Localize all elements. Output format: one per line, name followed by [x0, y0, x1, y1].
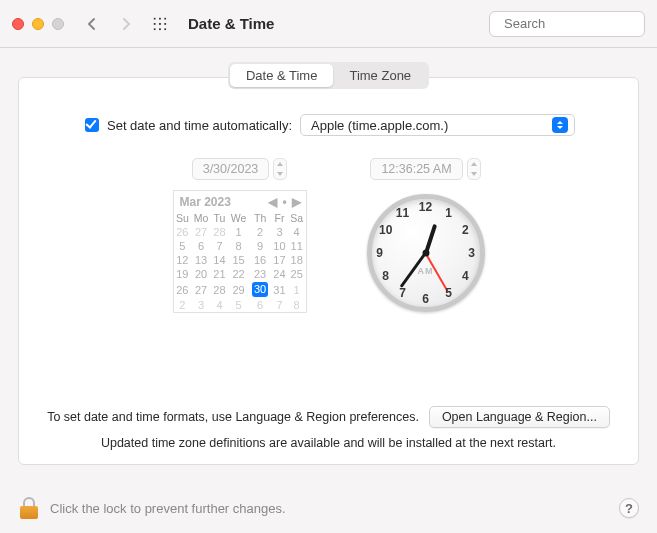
clock-numeral: 7	[399, 286, 406, 300]
show-all-button[interactable]	[148, 12, 172, 36]
calendar-day[interactable]: 1	[288, 281, 306, 298]
window-controls	[12, 18, 64, 30]
calendar-day[interactable]: 26	[174, 281, 192, 298]
calendar-day[interactable]: 9	[249, 239, 271, 253]
calendar-day[interactable]: 30	[249, 281, 271, 298]
calendar-day[interactable]: 20	[191, 267, 211, 281]
window-title: Date & Time	[188, 15, 479, 32]
time-server-select[interactable]: Apple (time.apple.com.)	[300, 114, 575, 136]
forward-button	[114, 12, 138, 36]
zoom-window-button	[52, 18, 64, 30]
auto-set-label: Set date and time automatically:	[107, 118, 292, 133]
calendar-day[interactable]: 5	[228, 298, 249, 312]
lock-row: Click the lock to prevent further change…	[0, 487, 657, 533]
time-field[interactable]: 12:36:25 AM	[370, 158, 462, 180]
calendar-day[interactable]: 7	[271, 298, 288, 312]
auto-set-checkbox[interactable]	[85, 118, 99, 132]
calendar-day[interactable]: 6	[249, 298, 271, 312]
lock-label: Click the lock to prevent further change…	[50, 501, 607, 516]
calendar-day[interactable]: 8	[288, 298, 306, 312]
calendar-dow: Su	[174, 211, 192, 225]
calendar-day[interactable]: 27	[191, 281, 211, 298]
calendar-day[interactable]: 19	[174, 267, 192, 281]
calendar-day[interactable]: 14	[211, 253, 228, 267]
updown-arrows-icon	[552, 117, 568, 133]
clock-numeral: 6	[422, 292, 429, 306]
calendar-day[interactable]: 1	[228, 225, 249, 239]
search-field[interactable]	[489, 11, 645, 37]
calendar-day[interactable]: 13	[191, 253, 211, 267]
calendar-day[interactable]: 3	[271, 225, 288, 239]
calendar-day[interactable]: 7	[211, 239, 228, 253]
clock-numeral: 8	[382, 269, 389, 283]
clock-ampm-label: AM	[418, 266, 434, 276]
date-field[interactable]: 3/30/2023	[192, 158, 270, 180]
calendar-dow: Mo	[191, 211, 211, 225]
calendar-day[interactable]: 12	[174, 253, 192, 267]
calendar-day[interactable]: 23	[249, 267, 271, 281]
tab-time-zone[interactable]: Time Zone	[333, 64, 427, 87]
date-step-buttons[interactable]	[273, 158, 287, 180]
tab-date-time[interactable]: Date & Time	[230, 64, 334, 87]
calendar-day[interactable]: 5	[174, 239, 192, 253]
toolbar: Date & Time	[0, 0, 657, 48]
calendar-dow: Fr	[271, 211, 288, 225]
help-button[interactable]: ?	[619, 498, 639, 518]
back-button[interactable]	[80, 12, 104, 36]
calendar-day[interactable]: 15	[228, 253, 249, 267]
clock-numeral: 1	[445, 206, 452, 220]
analog-clock: AM 121234567891011	[367, 194, 485, 312]
calendar-next-button[interactable]: ▶	[292, 195, 302, 209]
calendar-dow: Th	[249, 211, 271, 225]
clock-numeral: 12	[419, 200, 432, 214]
calendar-day[interactable]: 16	[249, 253, 271, 267]
clock-numeral: 5	[445, 286, 452, 300]
date-step-down[interactable]	[274, 169, 286, 179]
search-input[interactable]	[504, 16, 657, 31]
auto-set-row: Set date and time automatically: Apple (…	[85, 114, 610, 136]
calendar-day[interactable]: 3	[191, 298, 211, 312]
clock-numeral: 2	[462, 223, 469, 237]
time-step-up[interactable]	[468, 159, 480, 169]
calendar-day[interactable]: 4	[211, 298, 228, 312]
calendar-day[interactable]: 22	[228, 267, 249, 281]
calendar-day[interactable]: 2	[249, 225, 271, 239]
calendar-day[interactable]: 17	[271, 253, 288, 267]
calendar-day[interactable]: 29	[228, 281, 249, 298]
calendar-prev-button[interactable]: ◀	[268, 195, 278, 209]
calendar-day[interactable]: 26	[174, 225, 192, 239]
open-language-region-button[interactable]: Open Language & Region...	[429, 406, 610, 428]
calendar-day[interactable]: 28	[211, 225, 228, 239]
calendar-day[interactable]: 31	[271, 281, 288, 298]
time-server-value: Apple (time.apple.com.)	[311, 118, 448, 133]
time-column: 12:36:25 AM AM 121234567891011	[367, 158, 485, 313]
tab-bar: Date & Time Time Zone	[0, 48, 657, 89]
calendar-day[interactable]: 10	[271, 239, 288, 253]
date-stepper: 3/30/2023	[192, 158, 288, 180]
time-step-down[interactable]	[468, 169, 480, 179]
calendar-today-button[interactable]: •	[280, 195, 290, 209]
date-column: 3/30/2023 Mar 2023 ◀ • ▶	[173, 158, 307, 313]
calendar-day[interactable]: 28	[211, 281, 228, 298]
clock-numeral: 4	[462, 269, 469, 283]
calendar-day[interactable]: 18	[288, 253, 306, 267]
clock-hub	[422, 250, 429, 257]
calendar-day[interactable]: 4	[288, 225, 306, 239]
calendar-day[interactable]: 6	[191, 239, 211, 253]
time-stepper: 12:36:25 AM	[370, 158, 480, 180]
preferences-pane: Set date and time automatically: Apple (…	[18, 77, 639, 465]
time-step-buttons[interactable]	[467, 158, 481, 180]
lock-icon[interactable]	[20, 497, 38, 519]
calendar-day[interactable]: 2	[174, 298, 192, 312]
calendar-day[interactable]: 24	[271, 267, 288, 281]
calendar-day[interactable]: 25	[288, 267, 306, 281]
date-step-up[interactable]	[274, 159, 286, 169]
calendar-dow: We	[228, 211, 249, 225]
minimize-window-button[interactable]	[32, 18, 44, 30]
calendar-day[interactable]: 21	[211, 267, 228, 281]
calendar-day[interactable]: 27	[191, 225, 211, 239]
calendar-day[interactable]: 11	[288, 239, 306, 253]
close-window-button[interactable]	[12, 18, 24, 30]
calendar-day[interactable]: 8	[228, 239, 249, 253]
clock-numeral: 3	[468, 246, 475, 260]
